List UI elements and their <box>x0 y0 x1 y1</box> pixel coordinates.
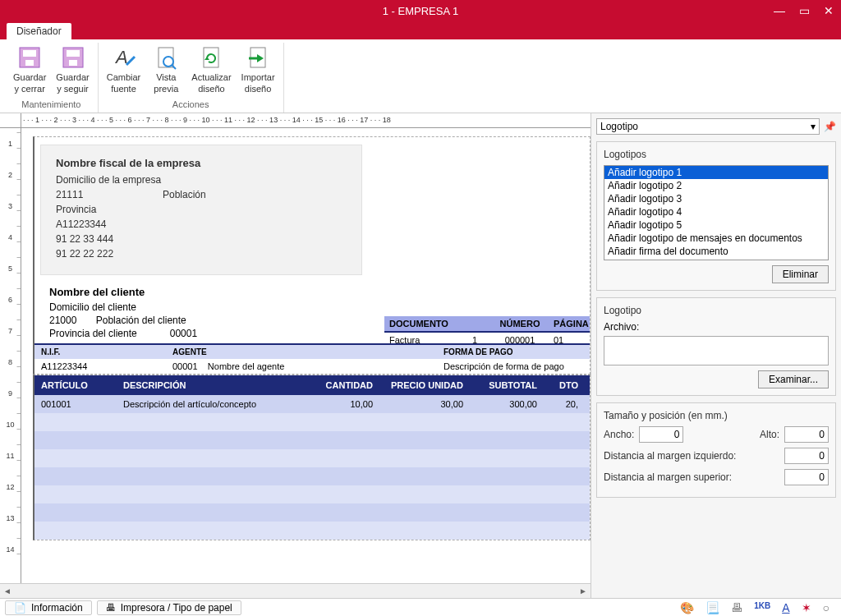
maximize-button[interactable]: ▭ <box>792 0 816 21</box>
list-item[interactable]: Añadir logotipo 5 <box>604 218 828 232</box>
company-phone1: 91 22 33 444 <box>56 233 347 245</box>
ruler-tick: 2 <box>0 159 21 191</box>
company-block[interactable]: Nombre fiscal de la empresa Domicilio de… <box>41 145 361 274</box>
vertical-ruler[interactable]: 1234567891011121314 <box>0 128 21 583</box>
info-icon: 📄 <box>14 602 26 614</box>
titlebar: 1 - EMPRESA 1 — ▭ ✕ <box>0 0 841 21</box>
list-item[interactable]: Añadir logotipo 2 <box>604 179 828 192</box>
save-and-close-button[interactable]: Guardary cerrar <box>10 43 49 98</box>
barcode-icon[interactable]: 1KB <box>754 601 770 614</box>
import-design-button[interactable]: Importardiseño <box>238 43 278 98</box>
browse-button[interactable]: Examinar... <box>758 370 829 388</box>
ruler-tick: 5 <box>0 253 21 284</box>
svg-rect-11 <box>204 48 218 67</box>
height-input[interactable] <box>784 426 829 443</box>
table-row[interactable] <box>34 503 590 522</box>
circle-icon[interactable]: ○ <box>823 601 830 614</box>
report-detail-section[interactable]: ARTÍCULO DESCRIPCIÓN CANTIDAD PRECIO UNI… <box>33 375 591 540</box>
list-item[interactable]: Añadir firma del documento <box>604 245 828 258</box>
horizontal-ruler[interactable]: · · · 1 · · · 2 · · · 3 · · · 4 · · · 5 … <box>21 113 591 128</box>
status-bar: 📄Información 🖶Impresora / Tipo de papel … <box>0 598 841 616</box>
ribbon-group-maintenance: Mantenimiento <box>10 98 93 113</box>
company-zip: 21111 <box>56 189 163 200</box>
logos-panel: Logotipos Añadir logotipo 1Añadir logoti… <box>596 141 836 291</box>
table-row[interactable] <box>34 522 590 540</box>
width-label: Ancho: <box>604 429 634 440</box>
size-panel-title: Tamaño y posición (en mm.) <box>604 410 829 421</box>
height-label: Alto: <box>760 429 779 440</box>
window-title: 1 - EMPRESA 1 <box>383 5 458 17</box>
ribbon-tabstrip: Diseñador <box>0 21 841 39</box>
tab-designer[interactable]: Diseñador <box>7 23 71 39</box>
table-row[interactable] <box>34 467 590 485</box>
document-icon[interactable]: 📃 <box>705 601 719 614</box>
save-continue-icon <box>60 44 86 71</box>
list-item[interactable]: Añadir logotipo de mensajes en documento… <box>604 232 828 245</box>
company-city: Población <box>163 189 206 200</box>
table-row[interactable] <box>34 485 590 503</box>
ruler-tick: 14 <box>0 534 21 565</box>
palette-icon[interactable]: 🎨 <box>680 601 694 614</box>
width-input[interactable] <box>639 426 683 443</box>
preview-icon <box>153 44 179 71</box>
list-item[interactable]: Añadir logotipo 1 <box>604 166 828 179</box>
ruler-tick: 13 <box>0 503 21 534</box>
left-margin-input[interactable] <box>784 448 829 464</box>
client-name: Nombre del cliente <box>49 286 590 298</box>
ruler-tick: 6 <box>0 284 21 315</box>
company-address: Domicilio de la empresa <box>56 174 347 186</box>
minimize-button[interactable]: — <box>767 0 792 21</box>
top-margin-input[interactable] <box>784 469 829 485</box>
ruler-tick: 8 <box>0 347 21 378</box>
pin-icon[interactable]: 📌 <box>823 121 836 132</box>
file-label: Archivo: <box>604 321 639 333</box>
company-province: Provincia <box>56 204 347 215</box>
panel-selector-combo[interactable]: Logotipo▾ <box>596 118 820 135</box>
table-row[interactable] <box>34 431 590 449</box>
delete-button[interactable]: Eliminar <box>772 265 829 283</box>
close-button[interactable]: ✕ <box>816 0 841 21</box>
printer-tab-button[interactable]: 🖶Impresora / Tipo de papel <box>97 600 241 615</box>
ruler-tick: 12 <box>0 471 21 503</box>
logo-panel-title: Logotipo <box>604 305 829 316</box>
scroll-right-icon[interactable]: ► <box>576 586 591 595</box>
chevron-down-icon: ▾ <box>811 121 816 132</box>
logos-listbox[interactable]: Añadir logotipo 1Añadir logotipo 2Añadir… <box>604 165 829 260</box>
horizontal-scrollbar[interactable]: ◄ ► <box>0 583 591 598</box>
info-tab-button[interactable]: 📄Información <box>5 600 92 615</box>
snap-icon[interactable]: ✶ <box>802 601 811 614</box>
svg-text:A: A <box>114 47 128 67</box>
change-font-button[interactable]: A Cambiarfuente <box>103 43 145 98</box>
ruler-tick: 7 <box>0 315 21 347</box>
report-header-section[interactable]: Nombre fiscal de la empresa Domicilio de… <box>33 136 591 375</box>
table-row[interactable]: 001001 Descripción del artículo/concepto… <box>34 395 590 413</box>
save-close-icon <box>16 44 43 71</box>
logos-panel-title: Logotipos <box>604 149 829 160</box>
info-header-row: N.I.F. AGENTE FORMA DE PAGO <box>34 343 590 359</box>
table-row[interactable] <box>34 413 590 431</box>
font-color-icon[interactable]: A <box>782 601 789 614</box>
svg-rect-4 <box>67 50 80 57</box>
save-and-continue-button[interactable]: Guardary seguir <box>53 43 92 98</box>
svg-rect-5 <box>69 60 77 66</box>
client-address: Domicilio del cliente <box>49 301 590 313</box>
svg-rect-2 <box>25 60 34 66</box>
ribbon-group-actions: Acciones <box>103 98 278 113</box>
ribbon: Guardary cerrar Guardary seguir Mantenim… <box>0 39 841 113</box>
refresh-design-button[interactable]: Actualizardiseño <box>188 43 234 98</box>
preview-button[interactable]: Vistaprevia <box>147 43 185 98</box>
list-item[interactable]: Añadir logotipo 3 <box>604 192 828 205</box>
printer-icon: 🖶 <box>106 602 116 614</box>
refresh-icon <box>198 44 224 71</box>
table-row[interactable] <box>34 449 590 467</box>
logo-file-panel: Logotipo Archivo: Examinar... <box>596 297 836 396</box>
print-icon[interactable]: 🖶 <box>731 601 742 614</box>
company-phone2: 91 22 22 222 <box>56 248 347 260</box>
list-item[interactable]: Añadir logotipo 4 <box>604 205 828 218</box>
import-icon <box>245 44 271 71</box>
svg-rect-1 <box>23 50 36 57</box>
file-path-display <box>604 336 829 365</box>
properties-sidebar: Logotipo▾ 📌 Logotipos Añadir logotipo 1A… <box>591 113 841 598</box>
ruler-tick: 9 <box>0 378 21 409</box>
scroll-left-icon[interactable]: ◄ <box>0 586 15 595</box>
